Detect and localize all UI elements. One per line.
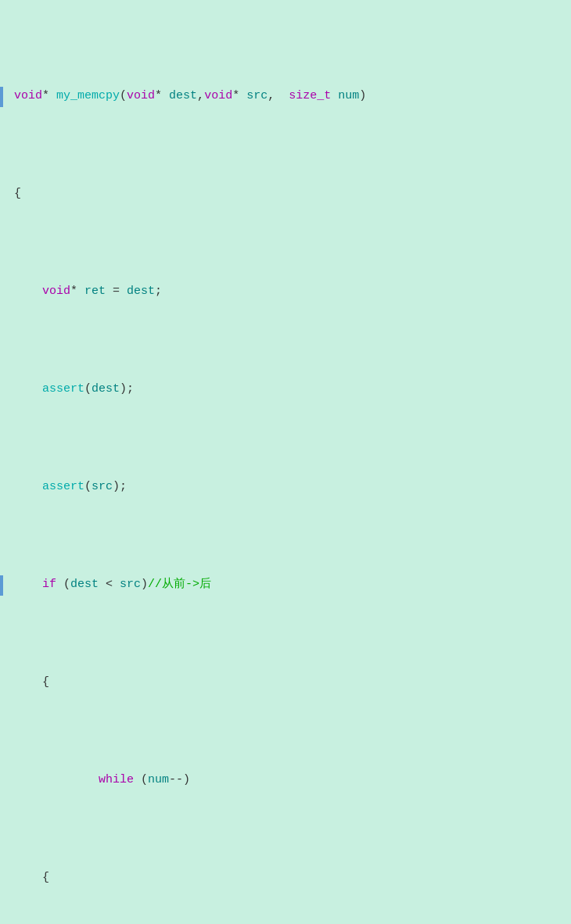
code-line-8: while (num--) <box>0 771 562 791</box>
line-content-8: while (num--) <box>3 771 190 790</box>
code-line-1: void* my_memcpy(void* dest,void* src, si… <box>0 87 562 107</box>
code-block: void* my_memcpy(void* dest,void* src, si… <box>0 6 571 924</box>
code-line-2: { <box>0 184 562 205</box>
code-line-5: assert(src); <box>0 478 562 498</box>
line-content-9: { <box>3 868 49 888</box>
line-content-2: { <box>3 184 21 204</box>
line-content-4: assert(dest); <box>3 380 134 399</box>
code-line-6: if (dest < src)//从前->后 <box>0 575 562 596</box>
code-line-9: { <box>0 868 562 889</box>
line-content-6: if (dest < src)//从前->后 <box>3 575 211 595</box>
line-content-3: void* ret = dest; <box>3 282 162 302</box>
code-line-7: { <box>0 673 562 693</box>
code-container: void* my_memcpy(void* dest,void* src, si… <box>0 0 571 924</box>
line-content-5: assert(src); <box>3 478 127 497</box>
code-line-3: void* ret = dest; <box>0 282 562 303</box>
line-content-7: { <box>3 673 49 693</box>
line-content-1: void* my_memcpy(void* dest,void* src, si… <box>3 87 366 106</box>
code-line-4: assert(dest); <box>0 380 562 400</box>
